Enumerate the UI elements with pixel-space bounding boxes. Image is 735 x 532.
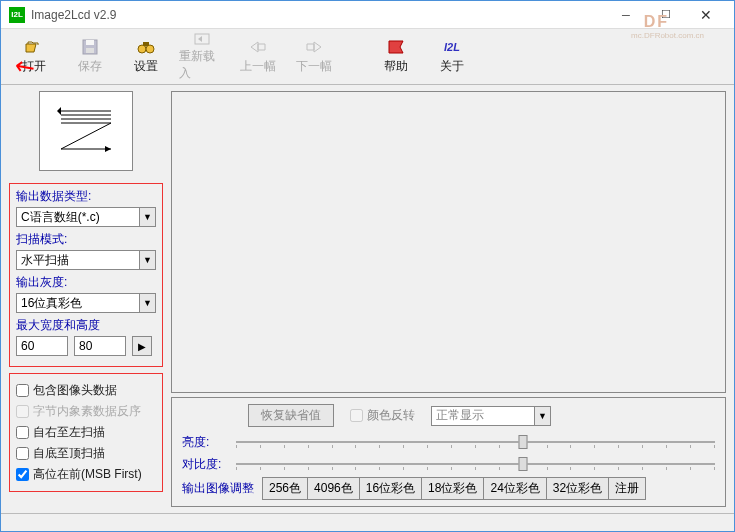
reload-icon — [193, 32, 211, 46]
btt-checkbox[interactable]: 自底至顶扫描 — [16, 443, 156, 464]
reload-button[interactable]: 重新载入 — [177, 33, 227, 80]
help-icon — [387, 38, 405, 56]
output-type-value: C语言数组(*.c) — [17, 209, 139, 226]
tabs-label: 输出图像调整 — [182, 480, 260, 497]
window-title: Image2Lcd v2.9 — [31, 8, 606, 22]
byte-reverse-label: 字节内象素数据反序 — [33, 403, 141, 420]
scan-direction-preview — [39, 91, 133, 171]
svg-rect-2 — [86, 48, 94, 53]
chevron-down-icon: ▼ — [139, 208, 155, 226]
save-label: 保存 — [78, 58, 102, 75]
binoculars-icon — [137, 38, 155, 56]
include-header-label: 包含图像头数据 — [33, 382, 117, 399]
tab-24bit[interactable]: 24位彩色 — [483, 477, 546, 500]
byte-reverse-checkbox: 字节内象素数据反序 — [16, 401, 156, 422]
chevron-down-icon: ▼ — [534, 407, 550, 425]
options-group: 包含图像头数据 字节内象素数据反序 自右至左扫描 自底至顶扫描 高位在前(MSB… — [9, 373, 163, 492]
open-icon — [25, 38, 43, 56]
open-button[interactable]: 打开 — [9, 33, 59, 80]
about-icon: I2L — [443, 38, 461, 56]
maxdim-label: 最大宽度和高度 — [16, 317, 156, 334]
toolbar: 打开 保存 设置 重新载入 上一幅 — [1, 29, 734, 85]
output-type-select[interactable]: C语言数组(*.c) ▼ — [16, 207, 156, 227]
output-tabs: 输出图像调整 256色 4096色 16位彩色 18位彩色 24位彩色 32位彩… — [182, 477, 715, 500]
contrast-slider[interactable] — [236, 455, 715, 473]
next-label: 下一幅 — [296, 58, 332, 75]
scan-mode-select[interactable]: 水平扫描 ▼ — [16, 250, 156, 270]
reload-label: 重新载入 — [179, 48, 225, 82]
output-type-label: 输出数据类型: — [16, 188, 156, 205]
next-button[interactable]: 下一幅 — [289, 33, 339, 80]
prev-label: 上一幅 — [240, 58, 276, 75]
scan-mode-value: 水平扫描 — [17, 252, 139, 269]
minimize-button[interactable]: ─ — [606, 2, 646, 28]
watermark-url: mc.DFRobot.com.cn — [631, 31, 704, 40]
apply-dim-button[interactable]: ▶ — [132, 336, 152, 356]
slider-thumb[interactable] — [519, 457, 528, 471]
tab-256[interactable]: 256色 — [262, 477, 308, 500]
gray-select[interactable]: 16位真彩色 ▼ — [16, 293, 156, 313]
tab-16bit[interactable]: 16位彩色 — [359, 477, 422, 500]
rtl-label: 自右至左扫描 — [33, 424, 105, 441]
next-icon — [305, 38, 323, 56]
brightness-slider[interactable] — [236, 433, 715, 451]
app-icon: I2L — [9, 7, 25, 23]
help-button[interactable]: 帮助 — [371, 33, 421, 80]
help-label: 帮助 — [384, 58, 408, 75]
restore-default-button[interactable]: 恢复缺省值 — [248, 404, 334, 427]
prev-icon — [249, 38, 267, 56]
watermark-logo: DF — [644, 13, 669, 31]
titlebar: I2L Image2Lcd v2.9 ─ ☐ ✕ — [1, 1, 734, 29]
display-mode-select[interactable]: 正常显示 ▼ — [431, 406, 551, 426]
scan-mode-label: 扫描模式: — [16, 231, 156, 248]
display-mode-value: 正常显示 — [432, 407, 534, 424]
save-button[interactable]: 保存 — [65, 33, 115, 80]
tab-32bit[interactable]: 32位彩色 — [546, 477, 609, 500]
chevron-down-icon: ▼ — [139, 294, 155, 312]
contrast-label: 对比度: — [182, 456, 226, 473]
prev-button[interactable]: 上一幅 — [233, 33, 283, 80]
image-preview — [171, 91, 726, 393]
settings-button[interactable]: 设置 — [121, 33, 171, 80]
about-button[interactable]: I2L 关于 — [427, 33, 477, 80]
gray-label: 输出灰度: — [16, 274, 156, 291]
max-width-input[interactable] — [16, 336, 68, 356]
slider-thumb[interactable] — [519, 435, 528, 449]
chevron-down-icon: ▼ — [139, 251, 155, 269]
settings-label: 设置 — [134, 58, 158, 75]
svg-rect-5 — [143, 42, 149, 46]
brightness-label: 亮度: — [182, 434, 226, 451]
app-window: I2L Image2Lcd v2.9 ─ ☐ ✕ DF mc.DFRobot.c… — [0, 0, 735, 532]
include-header-checkbox[interactable]: 包含图像头数据 — [16, 380, 156, 401]
tab-register[interactable]: 注册 — [608, 477, 646, 500]
svg-point-3 — [138, 45, 146, 53]
body: 输出数据类型: C语言数组(*.c) ▼ 扫描模式: 水平扫描 ▼ 输出灰度: — [1, 85, 734, 513]
svg-rect-1 — [86, 40, 94, 45]
msb-first-label: 高位在前(MSB First) — [33, 466, 142, 483]
controls-panel: 恢复缺省值 颜色反转 正常显示 ▼ 亮度: — [171, 397, 726, 507]
invert-colors-label: 颜色反转 — [367, 407, 415, 424]
statusbar — [1, 513, 734, 531]
right-panel: 恢复缺省值 颜色反转 正常显示 ▼ 亮度: — [171, 85, 734, 513]
svg-marker-12 — [105, 146, 111, 152]
gray-value: 16位真彩色 — [17, 295, 139, 312]
tab-4096[interactable]: 4096色 — [307, 477, 360, 500]
msb-first-checkbox[interactable]: 高位在前(MSB First) — [16, 464, 156, 485]
left-panel: 输出数据类型: C语言数组(*.c) ▼ 扫描模式: 水平扫描 ▼ 输出灰度: — [1, 85, 171, 513]
invert-colors-checkbox[interactable]: 颜色反转 — [350, 407, 415, 424]
about-label: 关于 — [440, 58, 464, 75]
rtl-checkbox[interactable]: 自右至左扫描 — [16, 422, 156, 443]
open-label: 打开 — [22, 58, 46, 75]
tab-18bit[interactable]: 18位彩色 — [421, 477, 484, 500]
save-icon — [81, 38, 99, 56]
btt-label: 自底至顶扫描 — [33, 445, 105, 462]
output-settings-group: 输出数据类型: C语言数组(*.c) ▼ 扫描模式: 水平扫描 ▼ 输出灰度: — [9, 183, 163, 367]
close-button[interactable]: ✕ — [686, 2, 726, 28]
svg-point-4 — [146, 45, 154, 53]
max-height-input[interactable] — [74, 336, 126, 356]
svg-marker-13 — [57, 107, 61, 115]
